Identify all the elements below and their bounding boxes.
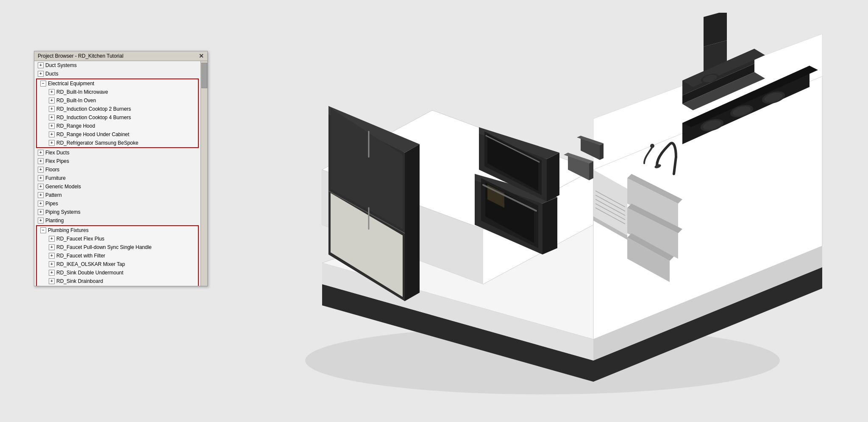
expand-icon-ikea-mixer[interactable]: +: [49, 261, 55, 267]
plumbing-fixtures-group: − Plumbing Fixtures + RD_Faucet Flex Plu…: [36, 225, 199, 286]
item-label-faucet-filter: RD_Faucet with Filter: [56, 252, 105, 260]
item-label-duct-systems: Duct Systems: [45, 61, 77, 69]
tree-item-range-hood-under[interactable]: + RD_Range Hood Under Cabinet: [37, 130, 198, 139]
kitchen-scene: [237, 13, 848, 411]
close-button[interactable]: ✕: [199, 53, 204, 59]
expand-icon-sink-double[interactable]: +: [49, 270, 55, 276]
tree-item-sink-double[interactable]: + RD_Sink Double Undermount: [37, 268, 198, 277]
tree-item-planting[interactable]: + Planting: [34, 216, 200, 225]
tree-item-electrical-equipment[interactable]: − Electrical Equipment: [37, 79, 198, 88]
expand-icon-piping-systems[interactable]: +: [38, 209, 44, 215]
item-label-ikea-mixer: RD_IKEA_OLSKAR Mixer Tap: [56, 260, 125, 268]
expand-icon-built-in-oven[interactable]: +: [49, 98, 55, 103]
expand-icon-range-hood[interactable]: +: [49, 123, 55, 129]
svg-point-56: [650, 144, 654, 148]
item-label-sink-double: RD_Sink Double Undermount: [56, 269, 123, 277]
item-label-induction-cooktop-2: RD_Induction Cooktop 2 Burners: [56, 105, 131, 113]
item-label-refrigerator: RD_Refrigerator Samsung BeSpoke: [56, 139, 138, 147]
expand-icon-faucet-filter[interactable]: +: [49, 253, 55, 259]
tree-item-furniture[interactable]: + Furniture: [34, 174, 200, 182]
expand-icon-flex-ducts[interactable]: +: [38, 150, 44, 156]
tree-item-refrigerator[interactable]: + RD_Refrigerator Samsung BeSpoke: [37, 139, 198, 147]
item-label-planting: Planting: [45, 217, 64, 224]
item-label-range-hood: RD_Range Hood: [56, 122, 95, 130]
item-label-pattern: Pattern: [45, 191, 62, 199]
expand-icon-floors[interactable]: +: [38, 167, 44, 173]
item-label-faucet-flex-plus: RD_Faucet Flex Plus: [56, 235, 104, 243]
tree-item-flex-ducts[interactable]: + Flex Ducts: [34, 148, 200, 157]
panel-header[interactable]: Project Browser - RD_Kitchen Tutorial ✕: [34, 51, 207, 61]
svg-marker-13: [405, 144, 420, 301]
expand-icon-induction-cooktop-4[interactable]: +: [49, 115, 55, 120]
expand-icon-built-in-microwave[interactable]: +: [49, 89, 55, 95]
svg-marker-28: [547, 153, 559, 201]
panel-content: + Duct Systems + Ducts − Electrical Equi…: [34, 61, 207, 286]
item-label-plumbing-fixtures: Plumbing Fixtures: [48, 226, 89, 234]
scrollbar[interactable]: [200, 61, 207, 286]
tree-item-faucet-flex-plus[interactable]: + RD_Faucet Flex Plus: [37, 235, 198, 243]
tree-area: + Duct Systems + Ducts − Electrical Equi…: [34, 61, 207, 286]
tree-item-generic-models[interactable]: + Generic Models: [34, 182, 200, 191]
expand-icon-sink-drainboard[interactable]: +: [49, 278, 55, 284]
project-browser-panel: Project Browser - RD_Kitchen Tutorial ✕ …: [34, 51, 208, 286]
item-label-generic-models: Generic Models: [45, 183, 81, 190]
expand-icon-induction-cooktop-2[interactable]: +: [49, 106, 55, 112]
expand-icon-generic-models[interactable]: +: [38, 184, 44, 190]
kitchen-3d-view: [237, 13, 848, 411]
expand-icon-faucet-flex-plus[interactable]: +: [49, 236, 55, 242]
expand-icon-plumbing-fixtures[interactable]: −: [40, 227, 46, 233]
tree-item-plumbing-fixtures[interactable]: − Plumbing Fixtures: [37, 226, 198, 235]
expand-icon-range-hood-under[interactable]: +: [49, 131, 55, 137]
item-label-faucet-pulldown: RD_Faucet Pull-down Sync Single Handle: [56, 243, 152, 251]
tree-item-sink-drainboard[interactable]: + RD_Sink Drainboard: [37, 277, 198, 285]
electrical-equipment-group: − Electrical Equipment + RD_Built-In Mic…: [36, 78, 199, 148]
expand-icon-ducts[interactable]: +: [38, 71, 44, 77]
tree-item-piping-systems[interactable]: + Piping Systems: [34, 208, 200, 216]
item-label-furniture: Furniture: [45, 174, 66, 182]
tree-item-range-hood[interactable]: + RD_Range Hood: [37, 122, 198, 130]
scrollbar-thumb[interactable]: [201, 63, 207, 88]
svg-marker-68: [600, 143, 604, 160]
tree-item-built-in-oven[interactable]: + RD_Built-In Oven: [37, 96, 198, 105]
expand-icon-flex-pipes[interactable]: +: [38, 158, 44, 164]
expand-icon-pipes[interactable]: +: [38, 201, 44, 207]
tree-item-faucet-filter[interactable]: + RD_Faucet with Filter: [37, 252, 198, 260]
tree-item-floors[interactable]: + Floors: [34, 165, 200, 174]
item-label-built-in-oven: RD_Built-In Oven: [56, 97, 96, 104]
tree-item-induction-cooktop-4[interactable]: + RD_Induction Cooktop 4 Burners: [37, 113, 198, 122]
panel-title: Project Browser - RD_Kitchen Tutorial: [38, 53, 123, 59]
tree-item-pattern[interactable]: + Pattern: [34, 191, 200, 199]
item-label-pipes: Pipes: [45, 200, 58, 207]
tree-item-pipes[interactable]: + Pipes: [34, 199, 200, 208]
tree-item-sink-generic[interactable]: + RD_Sink Generic Top-Mount: [37, 285, 198, 286]
item-label-sink-drainboard: RD_Sink Drainboard: [56, 277, 103, 285]
tree-item-ikea-mixer[interactable]: + RD_IKEA_OLSKAR Mixer Tap: [37, 260, 198, 268]
item-label-floors: Floors: [45, 166, 59, 173]
tree-item-duct-systems[interactable]: + Duct Systems: [34, 61, 200, 70]
expand-icon-pattern[interactable]: +: [38, 192, 44, 198]
item-label-piping-systems: Piping Systems: [45, 208, 81, 216]
tree-item-induction-cooktop-2[interactable]: + RD_Induction Cooktop 2 Burners: [37, 105, 198, 113]
svg-marker-65: [589, 161, 593, 180]
expand-icon-faucet-pulldown[interactable]: +: [49, 244, 55, 250]
expand-icon-refrigerator[interactable]: +: [49, 140, 55, 146]
tree-item-built-in-microwave[interactable]: + RD_Built-In Microwave: [37, 88, 198, 96]
expand-icon-furniture[interactable]: +: [38, 175, 44, 181]
expand-icon-duct-systems[interactable]: +: [38, 62, 44, 68]
item-label-electrical-equipment: Electrical Equipment: [48, 80, 94, 87]
item-label-flex-ducts: Flex Ducts: [45, 149, 70, 157]
expand-icon-electrical-equipment[interactable]: −: [40, 81, 46, 87]
svg-marker-21: [542, 197, 557, 254]
tree-item-faucet-pulldown[interactable]: + RD_Faucet Pull-down Sync Single Handle: [37, 243, 198, 252]
tree-item-flex-pipes[interactable]: + Flex Pipes: [34, 157, 200, 165]
item-label-induction-cooktop-4: RD_Induction Cooktop 4 Burners: [56, 114, 131, 121]
expand-icon-planting[interactable]: +: [38, 218, 44, 224]
item-label-ducts: Ducts: [45, 70, 58, 78]
tree-item-ducts[interactable]: + Ducts: [34, 70, 200, 78]
item-label-range-hood-under: RD_Range Hood Under Cabinet: [56, 131, 129, 138]
item-label-built-in-microwave: RD_Built-In Microwave: [56, 88, 108, 96]
item-label-flex-pipes: Flex Pipes: [45, 157, 69, 165]
